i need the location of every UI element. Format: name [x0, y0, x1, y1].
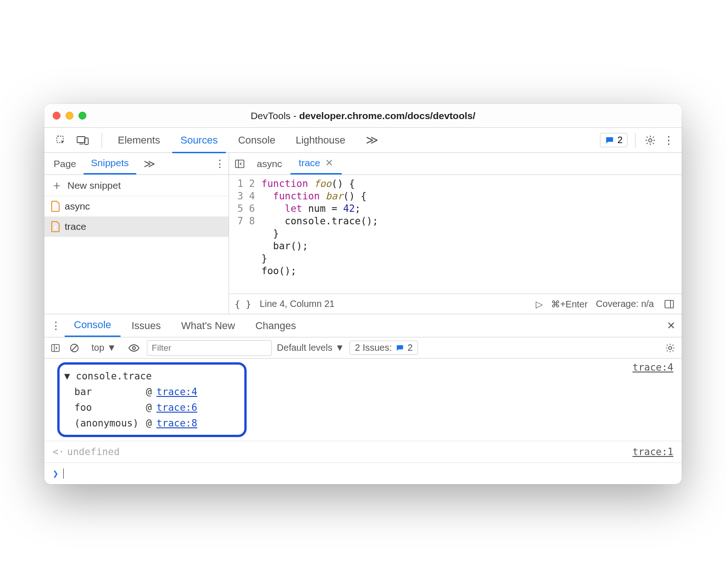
- navigator-tabs: Page Snippets ≫ ⋮: [44, 153, 229, 175]
- live-expression-icon[interactable]: [127, 342, 141, 354]
- console-filter-input[interactable]: [147, 340, 272, 356]
- svg-rect-1: [77, 137, 85, 143]
- issues-count: 2: [408, 342, 413, 353]
- frame-function: (anonymous): [74, 415, 146, 431]
- drawer-tab-changes[interactable]: Changes: [246, 315, 305, 336]
- snippet-item[interactable]: trace: [44, 216, 229, 237]
- window-title: DevTools - developer.chrome.com/docs/dev…: [44, 110, 682, 121]
- cursor-position: Line 4, Column 21: [260, 299, 334, 309]
- console-output: ▼ console.trace bar@trace:4foo@trace:6(a…: [44, 359, 682, 484]
- prompt-caret-icon: ❯: [53, 466, 59, 481]
- snippet-name: trace: [65, 221, 86, 232]
- line-numbers: 1 2 3 4 5 6 7 8: [229, 178, 261, 294]
- tabs-overflow-icon[interactable]: ≫: [357, 127, 387, 153]
- drawer-tabs: ⋮ Console Issues What's New Changes ✕: [44, 314, 682, 337]
- svg-line-11: [72, 345, 77, 350]
- editor-tab-strip: asynctrace✕: [229, 153, 682, 175]
- editor-status-bar: { } Line 4, Column 21 ▷ ⌘+Enter Coverage…: [229, 294, 682, 314]
- frame-source-link[interactable]: trace:4: [157, 384, 198, 400]
- issues-label: 2 Issues:: [355, 342, 392, 353]
- trace-header[interactable]: ▼ console.trace: [64, 368, 240, 384]
- stack-frame: (anonymous)@trace:8: [64, 415, 240, 431]
- snippet-list: asynctrace: [44, 196, 229, 314]
- tab-label: async: [257, 158, 282, 169]
- execution-context-dropdown[interactable]: top ▼: [87, 341, 121, 354]
- console-settings-gear-icon[interactable]: [663, 341, 677, 355]
- main-tab-bar: Elements Sources Console Lighthouse ≫ 2 …: [44, 128, 682, 153]
- code-editor[interactable]: 1 2 3 4 5 6 7 8 function foo() { functio…: [229, 175, 682, 294]
- inspect-element-icon[interactable]: [54, 133, 68, 148]
- editor-panel: asynctrace✕ 1 2 3 4 5 6 7 8 function foo…: [229, 153, 682, 314]
- toggle-navigator-icon[interactable]: [233, 157, 247, 171]
- snippet-name: async: [65, 201, 90, 212]
- clear-console-icon[interactable]: [67, 341, 81, 355]
- return-value: undefined: [67, 444, 120, 460]
- close-tab-icon[interactable]: ✕: [325, 157, 333, 168]
- disclosure-triangle-icon[interactable]: ▼: [64, 371, 76, 382]
- drawer-tab-console[interactable]: Console: [65, 314, 121, 337]
- stack-frame: bar@trace:4: [64, 384, 240, 400]
- run-snippet-icon[interactable]: ▷: [536, 299, 543, 310]
- new-snippet-button[interactable]: ＋ New snippet: [44, 175, 229, 196]
- svg-point-3: [649, 138, 652, 142]
- frame-function: foo: [74, 400, 146, 415]
- frame-source-link[interactable]: trace:8: [157, 415, 198, 431]
- drawer-tab-issues[interactable]: Issues: [122, 315, 170, 336]
- console-issues-button[interactable]: 2 Issues: 2: [350, 341, 417, 355]
- more-menu-icon[interactable]: ⋮: [661, 132, 676, 149]
- drawer-tab-whatsnew[interactable]: What's New: [172, 315, 244, 336]
- svg-rect-8: [52, 344, 60, 351]
- navigator-more-icon[interactable]: ⋮: [213, 156, 227, 172]
- titlebar: DevTools - developer.chrome.com/docs/dev…: [44, 104, 682, 128]
- stack-trace-highlight: ▼ console.trace bar@trace:4foo@trace:6(a…: [57, 362, 247, 437]
- source-link[interactable]: trace:4: [632, 360, 673, 440]
- device-toolbar-icon[interactable]: [75, 133, 91, 147]
- plus-icon: ＋: [51, 177, 63, 193]
- snippet-item[interactable]: async: [44, 196, 229, 216]
- toggle-debugger-icon[interactable]: [662, 297, 676, 311]
- snippet-file-icon: [51, 201, 60, 212]
- chevron-down-icon: ▼: [335, 342, 345, 353]
- navigator-tabs-overflow-icon[interactable]: ≫: [136, 153, 163, 175]
- tab-sources[interactable]: Sources: [172, 129, 226, 153]
- editor-tab[interactable]: trace✕: [290, 153, 342, 174]
- issue-count: 2: [617, 135, 623, 145]
- snippet-file-icon: [51, 221, 60, 232]
- tab-lighthouse[interactable]: Lighthouse: [287, 129, 354, 152]
- navigator-panel: Page Snippets ≫ ⋮ ＋ New snippet asynctra…: [44, 153, 229, 314]
- message-icon: [605, 136, 614, 145]
- run-shortcut: ⌘+Enter: [551, 299, 587, 310]
- return-arrow-icon: <·: [53, 444, 64, 460]
- tab-console[interactable]: Console: [230, 129, 284, 152]
- issues-badge[interactable]: 2: [600, 133, 628, 147]
- chevron-down-icon: ▼: [107, 342, 116, 353]
- navigator-tab-page[interactable]: Page: [46, 154, 84, 174]
- console-toolbar: top ▼ Default levels ▼ 2 Issues: 2: [44, 337, 682, 359]
- coverage-status: Coverage: n/a: [596, 299, 654, 309]
- trace-row: ▼ console.trace bar@trace:4foo@trace:6(a…: [44, 359, 682, 441]
- svg-point-13: [669, 346, 672, 349]
- new-snippet-label: New snippet: [67, 180, 121, 191]
- show-sidebar-icon[interactable]: [49, 342, 62, 354]
- close-drawer-icon[interactable]: ✕: [665, 318, 677, 334]
- message-icon: [396, 344, 404, 352]
- tab-elements[interactable]: Elements: [109, 129, 169, 152]
- context-label: top: [91, 342, 104, 353]
- levels-label: Default levels: [277, 342, 333, 353]
- prompt-cursor: [63, 468, 64, 479]
- stack-frame: foo@trace:6: [64, 400, 240, 415]
- return-row: <· undefined trace:1: [44, 441, 682, 463]
- log-levels-dropdown[interactable]: Default levels ▼: [277, 342, 345, 353]
- svg-rect-6: [665, 300, 673, 308]
- settings-gear-icon[interactable]: [643, 133, 658, 148]
- drawer-more-icon[interactable]: ⋮: [49, 318, 63, 334]
- devtools-window: DevTools - developer.chrome.com/docs/dev…: [44, 104, 682, 484]
- console-prompt[interactable]: ❯: [44, 463, 682, 484]
- navigator-tab-snippets[interactable]: Snippets: [84, 153, 136, 174]
- frame-source-link[interactable]: trace:6: [157, 400, 198, 415]
- pretty-print-icon[interactable]: { }: [235, 299, 251, 310]
- source-link[interactable]: trace:1: [632, 444, 673, 460]
- code-content: function foo() { function bar() { let nu…: [261, 178, 682, 294]
- tab-label: trace: [299, 157, 321, 168]
- editor-tab[interactable]: async: [248, 153, 290, 174]
